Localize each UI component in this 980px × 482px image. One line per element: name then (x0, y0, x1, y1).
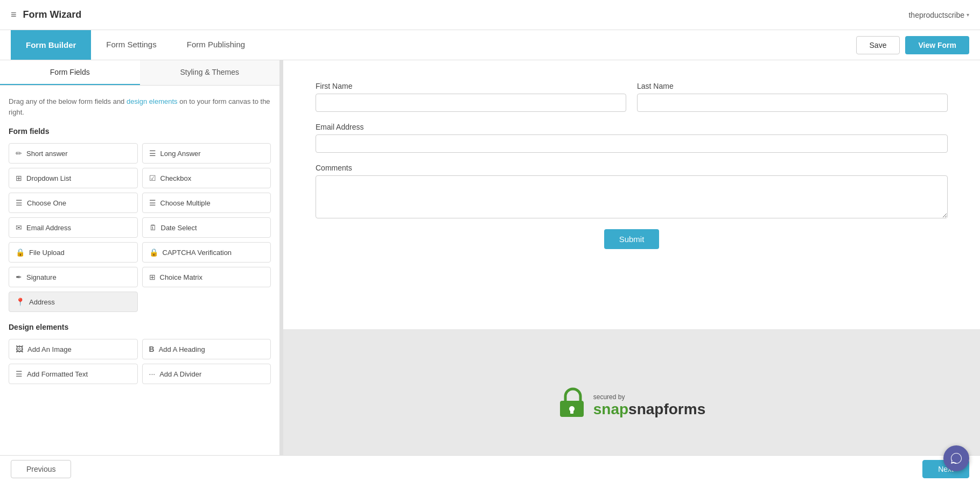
choice-matrix-icon: ⊞ (149, 273, 156, 281)
field-short-answer-label: Short answer (26, 150, 68, 158)
design-add-heading[interactable]: B Add A Heading (142, 339, 271, 359)
chat-bubble[interactable] (943, 445, 969, 471)
field-long-answer-label: Long Answer (160, 150, 201, 158)
field-date-select[interactable]: 🗓 Date Select (142, 217, 271, 238)
field-signature[interactable]: ✒ Signature (9, 267, 138, 287)
field-choice-matrix[interactable]: ⊞ Choice Matrix (142, 267, 271, 287)
design-add-formatted-text-label: Add Formatted Text (27, 370, 88, 378)
tab-form-settings[interactable]: Form Settings (91, 30, 171, 60)
first-name-input[interactable] (316, 94, 626, 112)
panel-description: Drag any of the below form fields and de… (9, 96, 271, 117)
field-file-upload[interactable]: 🔒 File Upload (9, 242, 138, 263)
design-add-image-label: Add An Image (27, 345, 72, 353)
last-name-input[interactable] (637, 94, 948, 112)
field-grid: ✏ Short answer ☰ Long Answer ⊞ Dropdown … (9, 143, 271, 312)
last-name-group: Last Name (637, 82, 948, 112)
top-bar-left: ≡ Form Wizard (11, 9, 81, 20)
app-title: Form Wizard (23, 9, 82, 20)
nav-tabs-right: Save View Form (856, 36, 969, 54)
address-icon: 📍 (16, 297, 25, 306)
design-elements-title: Design elements (9, 323, 271, 331)
short-answer-icon: ✏ (16, 149, 22, 158)
form-fields-title: Form fields (9, 127, 271, 136)
secured-by-label: secured by (593, 393, 706, 401)
field-dropdown-list-label: Dropdown List (26, 174, 71, 182)
email-row: Email Address (316, 123, 948, 153)
field-address[interactable]: 📍 Address (9, 292, 138, 312)
last-name-label: Last Name (637, 82, 948, 90)
left-panel: Form Fields Styling & Themes Drag any of… (0, 60, 280, 482)
field-dropdown-list[interactable]: ⊞ Dropdown List (9, 168, 138, 188)
field-file-upload-label: File Upload (29, 249, 65, 257)
save-button[interactable]: Save (856, 36, 900, 54)
choose-one-icon: ☰ (16, 199, 23, 207)
previous-button[interactable]: Previous (11, 460, 71, 478)
field-choose-one-label: Choose One (27, 199, 66, 207)
username: theproductscribe (908, 11, 964, 19)
design-add-divider[interactable]: ··· Add A Divider (142, 364, 271, 384)
design-elements-grid: 🖼 Add An Image B Add A Heading ☰ Add For… (9, 339, 271, 384)
user-menu[interactable]: theproductscribe ▾ (908, 11, 969, 19)
email-input[interactable] (316, 134, 948, 153)
add-heading-icon: B (149, 345, 155, 353)
main-layout: Form Fields Styling & Themes Drag any of… (0, 60, 980, 482)
form-canvas: First Name Last Name Email Address Comm (283, 60, 980, 329)
captcha-icon: 🔒 (149, 248, 158, 257)
first-name-group: First Name (316, 82, 626, 112)
design-add-formatted-text[interactable]: ☰ Add Formatted Text (9, 364, 138, 384)
dropdown-list-icon: ⊞ (16, 174, 22, 182)
field-short-answer[interactable]: ✏ Short answer (9, 143, 138, 164)
comments-textarea[interactable] (316, 175, 948, 218)
field-checkbox-label: Checkbox (160, 174, 192, 182)
field-checkbox[interactable]: ☑ Checkbox (142, 168, 271, 188)
lock-icon (558, 386, 586, 426)
comments-group: Comments (316, 164, 948, 218)
tab-form-publishing[interactable]: Form Publishing (172, 30, 260, 60)
first-name-label: First Name (316, 82, 626, 90)
design-add-divider-label: Add A Divider (159, 370, 201, 378)
field-email-address[interactable]: ✉ Email Address (9, 217, 138, 238)
snapforms-text: secured by snapsnapforms (593, 393, 706, 418)
tab-styling-themes[interactable]: Styling & Themes (140, 60, 280, 85)
add-image-icon: 🖼 (16, 345, 23, 353)
signature-icon: ✒ (16, 273, 22, 281)
design-add-image[interactable]: 🖼 Add An Image (9, 339, 138, 359)
email-address-icon: ✉ (16, 223, 22, 232)
field-choose-multiple-label: Choose Multiple (160, 199, 211, 207)
field-signature-label: Signature (26, 273, 57, 281)
nav-tabs: Form Builder Form Settings Form Publishi… (0, 30, 980, 60)
design-add-heading-label: Add A Heading (159, 345, 205, 353)
field-choose-one[interactable]: ☰ Choose One (9, 193, 138, 213)
field-captcha[interactable]: 🔒 CAPTCHA Verification (142, 242, 271, 263)
nav-tabs-center: Form Builder Form Settings Form Publishi… (11, 30, 260, 60)
view-form-button[interactable]: View Form (905, 36, 969, 54)
bottom-nav: Previous Next (0, 455, 980, 482)
field-address-label: Address (29, 298, 55, 306)
tab-form-fields[interactable]: Form Fields (0, 60, 140, 85)
tab-form-builder[interactable]: Form Builder (11, 30, 91, 60)
field-long-answer[interactable]: ☰ Long Answer (142, 143, 271, 164)
hamburger-icon[interactable]: ≡ (11, 9, 17, 20)
panel-tabs: Form Fields Styling & Themes (0, 60, 279, 86)
field-date-select-label: Date Select (161, 224, 197, 232)
add-divider-icon: ··· (149, 370, 156, 378)
form-canvas-area: First Name Last Name Email Address Comm (283, 60, 980, 482)
snapforms-brand: snapsnapforms (593, 401, 706, 418)
choose-multiple-icon: ☰ (149, 199, 156, 207)
add-formatted-text-icon: ☰ (16, 370, 23, 378)
field-choose-multiple[interactable]: ☰ Choose Multiple (142, 193, 271, 213)
date-select-icon: 🗓 (149, 223, 157, 232)
email-group: Email Address (316, 123, 948, 153)
field-email-address-label: Email Address (26, 224, 71, 232)
panel-content: Drag any of the below form fields and de… (0, 86, 279, 406)
field-captcha-label: CAPTCHA Verification (163, 249, 232, 257)
top-bar: ≡ Form Wizard theproductscribe ▾ (0, 0, 980, 30)
field-choice-matrix-label: Choice Matrix (160, 273, 202, 281)
user-dropdown-arrow: ▾ (967, 12, 969, 18)
comments-row: Comments (316, 164, 948, 218)
comments-label: Comments (316, 164, 948, 172)
submit-button[interactable]: Submit (604, 229, 660, 249)
checkbox-icon: ☑ (149, 174, 156, 182)
name-row: First Name Last Name (316, 82, 948, 112)
file-upload-icon: 🔒 (16, 248, 25, 257)
